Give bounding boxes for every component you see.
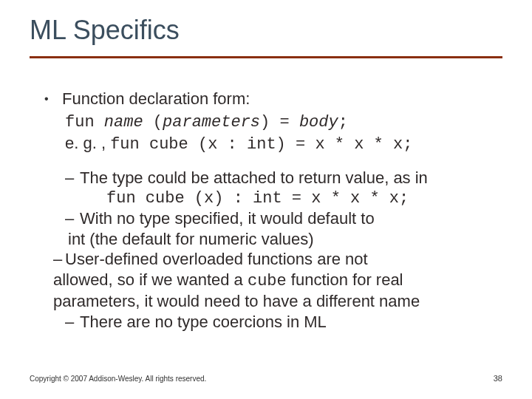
slide-title: ML Specifics	[30, 15, 180, 46]
page-number: 38	[494, 374, 502, 383]
sub-1: – The type could be attached to return v…	[65, 168, 495, 188]
sub-2-text-b: int (the default for numeric values)	[68, 229, 495, 250]
form-name: name	[104, 113, 143, 132]
bullet-1-text: Function declaration form:	[62, 89, 495, 109]
dash-icon: –	[65, 208, 80, 229]
sub-3: – User-defined overloaded functions are …	[65, 249, 495, 270]
sub-3-text-c: parameters, it would need to have a diff…	[53, 291, 495, 312]
form-fun: fun	[65, 113, 104, 132]
title-rule	[30, 56, 502, 58]
sub-2: – With no type specified, it would defau…	[65, 208, 495, 229]
sub-3b-post: function for real	[287, 270, 403, 289]
form-paren: (	[143, 113, 163, 132]
sub-3b-code: cube	[248, 272, 287, 290]
sub-3-text-a: User-defined overloaded functions are no…	[65, 249, 495, 270]
example-line: e. g. , fun cube (x : int) = x * x * x;	[65, 133, 495, 155]
sub-list: – The type could be attached to return v…	[65, 168, 495, 332]
footer-copyright: Copyright © 2007 Addison-Wesley. All rig…	[30, 375, 206, 383]
bullet-1: • Function declaration form:	[44, 89, 495, 109]
sub-2-text-a: With no type specified, it would default…	[80, 208, 495, 229]
eg-code: fun cube (x : int) = x * x * x;	[110, 135, 412, 154]
form-params: parameters	[163, 113, 260, 132]
sub-3-text-b: allowed, so if we wanted a cube function…	[53, 270, 495, 292]
sub-1-code: fun cube (x) : int = x * x * x;	[106, 188, 495, 209]
form-body: body	[299, 113, 338, 132]
function-form-line: fun name (parameters) = body;	[65, 111, 495, 133]
form-end: ;	[338, 113, 348, 132]
dash-icon: –	[65, 168, 80, 188]
sub-3b-pre: allowed, so if we wanted a	[53, 270, 248, 289]
sub-4-text: There are no type coercions in ML	[80, 312, 495, 332]
slide-content: • Function declaration form: fun name (p…	[44, 89, 495, 332]
form-mid: ) =	[260, 113, 299, 132]
slide: ML Specifics • Function declaration form…	[0, 0, 532, 399]
eg-prefix: e. g. ,	[65, 134, 110, 152]
sub-4: – There are no type coercions in ML	[65, 312, 495, 332]
dash-icon: –	[65, 312, 80, 332]
bullet-dot-icon: •	[44, 89, 62, 109]
sub-1-text: The type could be attached to return val…	[80, 168, 495, 188]
